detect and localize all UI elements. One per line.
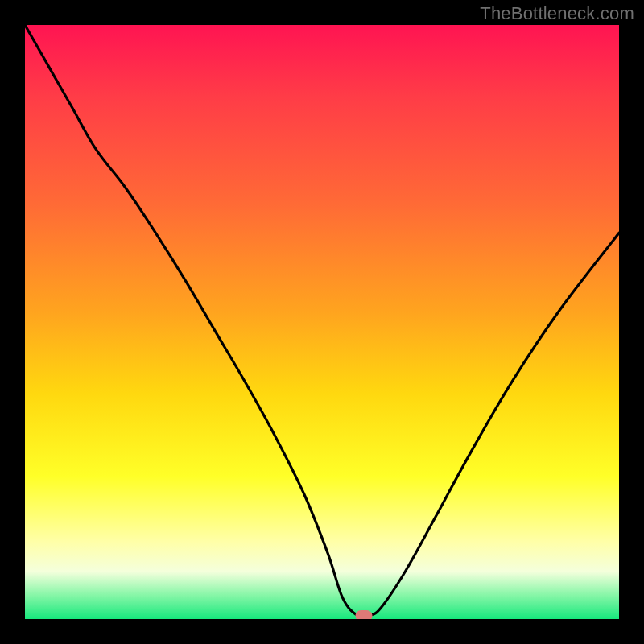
plot-area bbox=[25, 25, 619, 619]
watermark-text: TheBottleneck.com bbox=[480, 3, 634, 24]
bottleneck-curve bbox=[25, 25, 619, 619]
optimal-marker bbox=[355, 610, 372, 619]
chart-frame: TheBottleneck.com bbox=[0, 0, 644, 644]
